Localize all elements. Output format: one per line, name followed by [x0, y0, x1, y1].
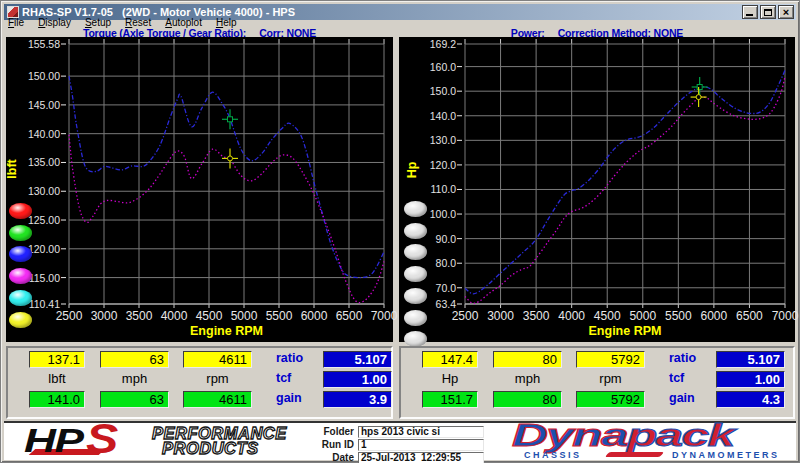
y-tick-label: 140.0: [400, 111, 456, 122]
hps-logo-text: PERFORMANCE PRODUCTS: [152, 426, 287, 456]
power-cursor2-value: 151.7: [422, 391, 478, 408]
y-tick-label: 169.2: [400, 39, 456, 50]
torque-cursor-value: 137.1: [29, 351, 85, 368]
menu-file[interactable]: File: [4, 18, 31, 28]
trace-legend-button[interactable]: [9, 268, 32, 284]
products-text: PRODUCTS: [152, 441, 287, 456]
dynapack-chassis-text: CHASSIS: [524, 451, 582, 460]
power-cursor-speed: 80: [493, 351, 562, 368]
gain-value: 3.9: [323, 391, 392, 408]
ratio-value: 5.107: [323, 351, 392, 368]
speed-unit-label: mph: [493, 372, 562, 386]
y-tick-label: 130.0: [400, 135, 456, 146]
rpm-unit-label: rpm: [576, 372, 645, 386]
power-readout-panel: 147.4 80 5792 Hp mph rpm 151.7 80 5792 r…: [399, 346, 795, 419]
tcf-label: tcf: [276, 371, 318, 386]
folder-field[interactable]: hps 2013 civic si: [358, 426, 484, 438]
hps-logo-s: S: [86, 418, 118, 460]
maximize-button[interactable]: [760, 5, 776, 19]
trace-legend-button[interactable]: [404, 201, 427, 217]
y-tick-label: 140.00: [4, 129, 60, 140]
power-cursor2-speed: 80: [493, 391, 562, 408]
ratio-value: 5.107: [716, 351, 785, 368]
close-icon: ×: [779, 6, 793, 18]
minimize-button[interactable]: [742, 5, 758, 19]
y-tick-label: 155.58: [4, 39, 60, 50]
trace-legend-button[interactable]: [404, 310, 427, 326]
x-axis-title: Engine RPM: [565, 325, 685, 338]
run-id-field[interactable]: 1: [358, 439, 484, 451]
folder-label: Folder: [304, 426, 354, 438]
torque-plot[interactable]: [6, 37, 393, 342]
speed-unit-label: mph: [100, 372, 169, 386]
dynapack-logo: Dynapack CHASSIS DYNAMOMETERS: [510, 423, 796, 461]
power-cursor-value: 147.4: [422, 351, 478, 368]
y-axis-title: Hp: [405, 162, 419, 179]
x-tick-label: 7000: [763, 310, 800, 322]
y-tick-label: 130.00: [4, 186, 60, 197]
torque-cursor2-rpm: 4611: [183, 391, 252, 408]
torque-chart[interactable]: 155.58150.00145.00140.00135.00130.00125.…: [6, 37, 393, 342]
tcf-label: tcf: [669, 371, 711, 386]
run-id-label: Run ID: [304, 439, 354, 451]
trace-legend-button[interactable]: [9, 203, 32, 219]
torque-unit-label: lbft: [29, 372, 85, 386]
gain-label: gain: [276, 391, 318, 406]
dynapack-dynamometers-text: DYNAMOMETERS: [672, 451, 780, 460]
x-axis-title: Engine RPM: [167, 325, 287, 338]
power-unit-label: Hp: [422, 372, 478, 386]
trace-legend-button[interactable]: [9, 290, 32, 306]
ratio-label: ratio: [276, 351, 318, 366]
trace-legend-button[interactable]: [404, 266, 427, 282]
torque-cursor-rpm: 4611: [183, 351, 252, 368]
date-label: Date: [304, 452, 354, 463]
trace-legend-button[interactable]: [404, 223, 427, 239]
torque-cursor-speed: 63: [100, 351, 169, 368]
trace-legend-button[interactable]: [9, 312, 32, 328]
maximize-icon: [764, 9, 772, 16]
y-axis-title: lbft: [5, 159, 19, 178]
menu-display[interactable]: Display: [31, 18, 78, 28]
gain-value: 4.3: [716, 391, 785, 408]
dynapack-logo-pack: pack: [627, 418, 734, 453]
torque-cursor2-value: 141.0: [29, 391, 85, 408]
y-tick-label: 145.00: [4, 100, 60, 111]
y-tick-label: 150.00: [4, 71, 60, 82]
trace-legend-button[interactable]: [404, 288, 427, 304]
power-plot[interactable]: [399, 37, 795, 342]
date-field[interactable]: 25-Jul-2013 12:29:55: [358, 452, 484, 463]
torque-readout-panel: 137.1 63 4611 lbft mph rpm 141.0 63 4611…: [6, 346, 393, 419]
power-cursor-rpm: 5792: [576, 351, 645, 368]
ratio-label: ratio: [669, 351, 711, 366]
y-tick-label: 150.0: [400, 86, 456, 97]
gain-label: gain: [669, 391, 711, 406]
torque-cursor2-speed: 63: [100, 391, 169, 408]
power-chart[interactable]: 169.2160.0150.0140.0130.0120.0110.0100.0…: [399, 37, 795, 342]
y-tick-label: 160.0: [400, 62, 456, 73]
tcf-value: 1.00: [323, 371, 392, 388]
dynapack-logo-dyna: Dyna: [512, 418, 627, 453]
hps-logo-hp: HP: [24, 423, 83, 457]
app-window: RHAS-SP V1.7-05 (2WD - Motor Vehicle 400…: [0, 0, 800, 463]
footer: HP S PERFORMANCE PRODUCTS Folder hps 201…: [4, 421, 796, 460]
hps-logo: HP S: [16, 424, 156, 458]
trace-legend-button[interactable]: [404, 331, 427, 347]
rpm-unit-label: rpm: [183, 372, 252, 386]
dynapack-swoosh-icon: [605, 452, 664, 457]
close-button[interactable]: ×: [778, 5, 794, 19]
tcf-value: 1.00: [716, 371, 785, 388]
power-cursor2-rpm: 5792: [576, 391, 645, 408]
minimize-icon: [746, 14, 753, 16]
y-tick-label: 110.0: [400, 184, 456, 195]
trace-legend-button[interactable]: [9, 225, 32, 241]
